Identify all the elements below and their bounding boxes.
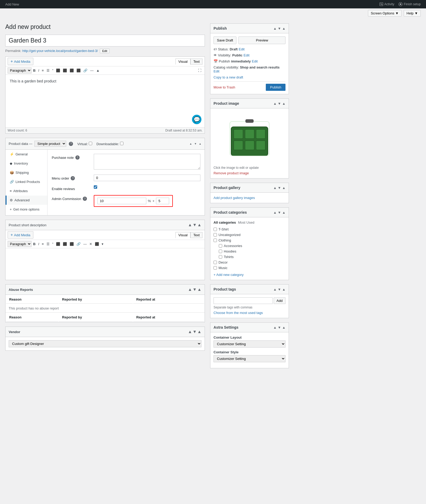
vendor-select[interactable]: Custom gift Designer <box>9 340 201 347</box>
bold-btn[interactable]: B <box>32 68 37 73</box>
publish-collapse-up[interactable]: ▲ <box>273 27 277 30</box>
sd-paragraph-select[interactable]: Paragraph <box>8 241 32 247</box>
container-layout-select[interactable]: Customizer Setting <box>214 340 285 348</box>
add-new-label[interactable]: Add New <box>5 2 19 6</box>
unordered-list-btn[interactable]: ≡ <box>41 68 45 73</box>
pt-collapse-x[interactable]: ▲ <box>282 287 285 291</box>
sidebar-item-shipping[interactable]: 📦 Shipping <box>6 168 47 177</box>
cat-tab-all[interactable]: All categories <box>214 220 236 224</box>
v-collapse-down[interactable]: ▼ <box>193 329 197 334</box>
cat-tshirt-checkbox[interactable] <box>214 228 217 231</box>
sd-ol-btn[interactable]: ☰ <box>45 242 51 246</box>
add-media-btn[interactable]: + Add Media <box>8 58 33 65</box>
product-image-area[interactable] <box>214 112 285 164</box>
sd-ul-btn[interactable]: ≡ <box>41 242 45 246</box>
sd-text-tab[interactable]: Text <box>190 232 202 238</box>
tags-most-used-link[interactable]: Choose from the most used tags <box>214 311 263 315</box>
visibility-edit-link[interactable]: Edit <box>243 53 249 57</box>
post-title-input[interactable] <box>9 37 201 44</box>
pt-collapse-down[interactable]: ▼ <box>278 287 281 291</box>
v-collapse-x[interactable]: ▲ <box>197 329 201 334</box>
sd-italic-btn[interactable]: I <box>37 242 40 246</box>
pc-collapse-down[interactable]: ▼ <box>278 211 281 214</box>
commission-flat-input[interactable] <box>156 198 169 204</box>
finish-setup-btn[interactable]: Finish setup <box>398 2 421 6</box>
sd-collapse-x[interactable]: ▲ <box>197 223 201 227</box>
purchase-note-help[interactable]: ? <box>75 155 80 160</box>
link-btn[interactable]: 🔗 <box>82 68 89 73</box>
tags-input[interactable] <box>214 297 273 304</box>
add-tag-btn[interactable]: Add <box>274 297 285 304</box>
ordered-list-btn[interactable]: ☰ <box>45 68 51 73</box>
purchase-note-input[interactable] <box>94 154 200 170</box>
menu-order-help[interactable]: ? <box>71 176 75 180</box>
publish-time-edit-link[interactable]: Edit <box>252 59 258 63</box>
sd-more-btn[interactable]: — <box>82 242 88 246</box>
sidebar-item-inventory[interactable]: ◆ Inventory <box>6 159 47 168</box>
ar-collapse-x[interactable]: ▲ <box>197 287 201 292</box>
cat-decor-checkbox[interactable] <box>214 261 217 264</box>
sidebar-item-attributes[interactable]: ≡ Attributes <box>6 186 47 196</box>
cat-hoodies-checkbox[interactable] <box>219 250 222 253</box>
as-collapse-x[interactable]: ▲ <box>282 326 285 329</box>
catalog-visibility-edit-link[interactable]: Edit <box>214 69 219 73</box>
text-tab[interactable]: Text <box>190 59 202 65</box>
pc-collapse-up[interactable]: ▲ <box>273 211 277 214</box>
as-collapse-up[interactable]: ▲ <box>273 326 277 329</box>
product-type-help[interactable]: ? <box>69 142 73 146</box>
downloadable-checkbox[interactable] <box>120 142 123 145</box>
cat-tshirts-checkbox[interactable] <box>219 255 222 259</box>
as-collapse-down[interactable]: ▼ <box>278 326 281 329</box>
virtual-checkbox[interactable] <box>89 142 92 145</box>
visual-tab[interactable]: Visual <box>175 59 190 65</box>
sd-blockquote-btn[interactable]: " <box>51 242 55 246</box>
toolbar-toggle-btn[interactable]: ▲ <box>95 68 101 73</box>
status-edit-link[interactable]: Edit <box>239 47 245 51</box>
admin-commission-help[interactable]: ? <box>83 197 87 201</box>
pd-collapse-x[interactable]: ▲ <box>199 142 201 145</box>
copy-draft-link[interactable]: Copy to a new draft <box>214 75 285 79</box>
move-to-trash-link[interactable]: Move to Trash <box>214 85 235 89</box>
align-left-btn[interactable]: ⬛ <box>55 68 61 73</box>
remove-image-link[interactable]: Remove product image <box>214 171 285 175</box>
sd-link-btn[interactable]: 🔗 <box>75 242 82 246</box>
sd-more2-btn[interactable]: ▾ <box>101 242 105 246</box>
add-category-link[interactable]: + Add new category <box>214 273 244 277</box>
activity-btn[interactable]: Activity <box>380 2 394 6</box>
help-btn[interactable]: Help ▼ <box>404 10 421 17</box>
pi-collapse-down[interactable]: ▼ <box>278 102 281 106</box>
product-type-select[interactable]: Simple product <box>34 141 66 147</box>
pd-collapse-down[interactable]: ▼ <box>194 142 197 145</box>
ar-collapse-up[interactable]: ▲ <box>188 287 192 292</box>
align-right-btn[interactable]: ⬛ <box>69 68 75 73</box>
short-desc-content[interactable] <box>6 248 205 280</box>
editor-content[interactable]: This is a garden bed product <box>6 75 205 127</box>
publish-btn[interactable]: Publish <box>266 84 285 91</box>
sd-del-btn[interactable]: ✕ <box>88 242 93 246</box>
pc-collapse-x[interactable]: ▲ <box>282 211 285 214</box>
publish-collapse-x[interactable]: ▲ <box>282 27 285 30</box>
enable-reviews-checkbox[interactable] <box>94 185 97 189</box>
preview-btn[interactable]: Preview <box>238 36 285 44</box>
short-desc-add-media-btn[interactable]: + Add Media <box>8 231 33 239</box>
ar-collapse-down[interactable]: ▼ <box>193 287 197 292</box>
pi-collapse-x[interactable]: ▲ <box>282 102 285 106</box>
sidebar-item-advanced[interactable]: ⚙ Advanced <box>6 196 47 205</box>
sidebar-item-general[interactable]: ⚡ General <box>6 150 47 159</box>
add-gallery-link[interactable]: Add product gallery images <box>214 196 255 200</box>
align-justify-btn[interactable]: ⬛ <box>75 68 82 73</box>
cat-tab-most-used[interactable]: Most Used <box>238 220 254 224</box>
paragraph-select[interactable]: Paragraph <box>8 67 32 74</box>
v-collapse-up[interactable]: ▲ <box>188 329 192 334</box>
sd-ar-btn[interactable]: ⬛ <box>69 242 75 246</box>
sd-visual-tab[interactable]: Visual <box>175 232 190 238</box>
fullscreen-btn[interactable]: ⛶ <box>197 68 202 73</box>
insert-more-btn[interactable]: — <box>89 68 95 73</box>
cat-music-checkbox[interactable] <box>214 266 217 270</box>
chat-bubble[interactable]: 💬 <box>192 115 201 124</box>
sd-ac-btn[interactable]: ⬛ <box>62 242 68 246</box>
pt-collapse-up[interactable]: ▲ <box>273 287 277 291</box>
menu-order-input[interactable] <box>94 175 200 181</box>
sd-bold-btn[interactable]: B <box>32 242 37 246</box>
pi-collapse-up[interactable]: ▲ <box>273 102 277 106</box>
